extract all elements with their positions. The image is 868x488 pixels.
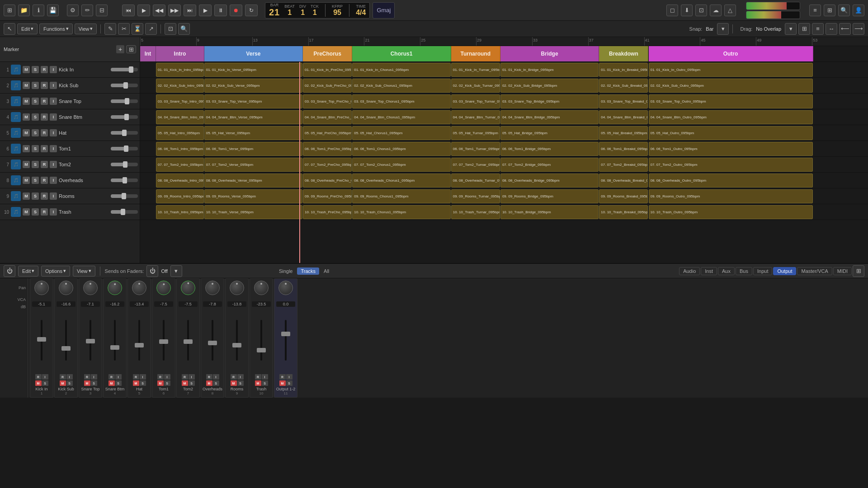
- mixer-view-menu[interactable]: View▾: [73, 266, 95, 277]
- mute-button[interactable]: M: [23, 161, 30, 168]
- pan-knob-10[interactable]: [254, 281, 269, 295]
- fader-knob-1[interactable]: [37, 337, 46, 342]
- section-bridge[interactable]: Bridge: [500, 46, 599, 61]
- edit-tool-icon[interactable]: ✏: [81, 5, 93, 16]
- track-fader[interactable]: [111, 147, 138, 150]
- clip-3-Verse[interactable]: 03. 03_Snare_Top_Verse_095bpm: [204, 94, 302, 108]
- clip-2-Intro[interactable]: 02. 02_Kick_Sub_Intro_095bpm: [156, 79, 204, 93]
- ch-m-7[interactable]: M: [182, 380, 188, 386]
- input-button[interactable]: I: [50, 192, 57, 200]
- clip-7-Bridge[interactable]: 07. 07_Tom2_Bridge_095bpm: [500, 158, 599, 172]
- input-button[interactable]: I: [50, 98, 57, 105]
- pan-knob-3[interactable]: [83, 281, 98, 295]
- monitor-icon[interactable]: ◻: [666, 5, 678, 16]
- ch-s-11[interactable]: S: [286, 380, 292, 386]
- list-icon[interactable]: ≡: [809, 5, 821, 16]
- tab-all[interactable]: All: [320, 267, 333, 275]
- cloud-icon[interactable]: ☁: [710, 5, 722, 16]
- clip-7-Chorus1[interactable]: 07. 07_Tom2_Chorus1_095bpm: [352, 158, 450, 172]
- play2-button[interactable]: ▶: [199, 5, 212, 16]
- pan-knob-4[interactable]: [108, 281, 122, 295]
- tab-midi[interactable]: MIDI: [833, 267, 852, 275]
- record-button[interactable]: ⏺: [230, 5, 242, 16]
- pan-knob-1[interactable]: [34, 281, 49, 295]
- ch-s-4[interactable]: S: [115, 380, 122, 386]
- record-button[interactable]: R: [41, 82, 48, 89]
- clip-10-Bridge[interactable]: 10. 10_Trash_Bridge_095bpm: [500, 205, 599, 219]
- clip-2-Breakdown[interactable]: 02. 02_Kick_Sub_Breakd_095bpm: [599, 79, 648, 93]
- fader-knob-4[interactable]: [110, 345, 119, 350]
- clip-10-Outro[interactable]: 10. 10_Trash_Outro_095bpm: [649, 205, 813, 219]
- clip-8-Chorus1[interactable]: 08. 08_Overheads_Chorus1_095bpm: [352, 174, 450, 188]
- input-button[interactable]: I: [50, 66, 57, 73]
- ch-s-2[interactable]: S: [66, 380, 73, 386]
- solo-button[interactable]: S: [32, 192, 39, 200]
- clip-9-Intro[interactable]: 09. 09_Rooms_Intro_095bpm: [156, 189, 204, 203]
- tab-single[interactable]: Single: [275, 267, 297, 275]
- clip-10-Turnaround[interactable]: 10. 10_Trash_Turnar_095bpm: [451, 205, 500, 219]
- ch-m-10[interactable]: M: [255, 380, 261, 386]
- mute-button[interactable]: M: [23, 145, 30, 152]
- mute-button[interactable]: M: [23, 113, 30, 121]
- solo-button[interactable]: S: [32, 98, 39, 105]
- clip-2-Chorus1[interactable]: 02. 02_Kick_Sub_Chorus1_095bpm: [352, 79, 450, 93]
- tab-inst[interactable]: Inst: [701, 267, 717, 275]
- ch-r-1[interactable]: R: [35, 374, 42, 380]
- mute-button[interactable]: M: [23, 177, 30, 184]
- zoom-icon[interactable]: 🔍: [178, 23, 190, 35]
- marker-options-icon[interactable]: ⊞: [126, 45, 136, 53]
- pointer-tool[interactable]: ↖: [4, 23, 15, 35]
- track-fader[interactable]: [111, 194, 138, 198]
- mix-icon[interactable]: ⊟: [96, 5, 108, 16]
- fader-knob-9[interactable]: [232, 343, 241, 347]
- drag-icon4[interactable]: ↔: [826, 23, 837, 35]
- fader-track-6[interactable]: [163, 320, 165, 361]
- clip-9-Verse[interactable]: 09. 09_Rooms_Verse_095bpm: [204, 189, 302, 203]
- ch-m-3[interactable]: M: [84, 380, 90, 386]
- clip-1-Breakdown[interactable]: 01. 01_Kick_In_Breakd_095bpm: [599, 63, 648, 77]
- drag-icon2[interactable]: ⊞: [798, 23, 810, 35]
- clip-3-Intro[interactable]: 03. 03_Snare_Top_Intro_095bpm: [156, 94, 204, 108]
- track-fader[interactable]: [111, 84, 138, 87]
- clip-6-Breakdown[interactable]: 06. 06_Tom1_Breakd_095bpm: [599, 142, 648, 156]
- input-button[interactable]: I: [50, 145, 57, 152]
- clip-1-PreChorus[interactable]: 01. 01_Kick_In_PreCho_095bpm: [303, 63, 352, 77]
- clip-9-Bridge[interactable]: 09. 09_Rooms_Bridge_095bpm: [500, 189, 599, 203]
- clip-5-PreChorus[interactable]: 05. 05_Hat_PreCho_095bpm: [303, 126, 352, 140]
- fader-knob-2[interactable]: [61, 346, 71, 351]
- clip-9-PreChorus[interactable]: 09. 09_Rooms_PreCho_095bpm: [303, 189, 352, 203]
- section-chorus1[interactable]: Chorus1: [352, 46, 451, 61]
- clip-9-Turnaround[interactable]: 09. 09_Rooms_Turnar_095bpm: [451, 189, 500, 203]
- fader-knob-10[interactable]: [257, 348, 266, 352]
- clip-4-Turnaround[interactable]: 04. 04_Snare_Btm_Turnar_095bpm: [451, 110, 500, 124]
- ch-i-1[interactable]: I: [42, 374, 48, 380]
- clip-1-Bridge[interactable]: 01. 01_Kick_In_Bridge_095bpm: [500, 63, 599, 77]
- clip-8-Outro[interactable]: 08. 08_Overheads_Outro_095bpm: [649, 174, 813, 188]
- solo-button[interactable]: S: [32, 66, 39, 73]
- mute-button[interactable]: M: [23, 98, 30, 105]
- ch-m-5[interactable]: M: [133, 380, 139, 386]
- fader-knob-8[interactable]: [208, 341, 217, 345]
- pan-knob-11[interactable]: [278, 281, 293, 295]
- ch-i-5[interactable]: I: [140, 374, 146, 380]
- fader-knob-6[interactable]: [159, 339, 168, 344]
- pencil-icon[interactable]: ✎: [104, 23, 116, 35]
- pointer2-icon[interactable]: ↗: [145, 23, 157, 35]
- drag-dropdown[interactable]: ▾: [785, 23, 797, 35]
- section-turnaround[interactable]: Turnaround: [451, 46, 500, 61]
- info-icon[interactable]: ℹ: [33, 5, 44, 16]
- loop-tool-icon[interactable]: ⌛: [132, 23, 143, 35]
- mixer-edit-menu[interactable]: Edit▾: [18, 266, 38, 277]
- clip-3-Turnaround[interactable]: 03. 03_Snare_Top_Turnar_095bpm: [451, 94, 500, 108]
- record-button[interactable]: R: [41, 177, 48, 184]
- mute-button[interactable]: M: [23, 129, 30, 136]
- ch-s-10[interactable]: S: [262, 380, 268, 386]
- clip-8-Breakdown[interactable]: 08. 08_Overheads_Breakd_095bpm: [599, 174, 648, 188]
- clip-9-Breakdown[interactable]: 09. 09_Rooms_Breakd_095bpm: [599, 189, 648, 203]
- rewind-button[interactable]: ◀◀: [153, 5, 165, 16]
- clip-2-Bridge[interactable]: 02. 02_Kick_Sub_Bridge_095bpm: [500, 79, 599, 93]
- ch-m-9[interactable]: M: [231, 380, 237, 386]
- record-button[interactable]: R: [41, 113, 48, 121]
- clip-1-Chorus1[interactable]: 01. 01_Kick_In_Chorus1_095bpm: [352, 63, 450, 77]
- section-prechorus[interactable]: PreChorus: [303, 46, 352, 61]
